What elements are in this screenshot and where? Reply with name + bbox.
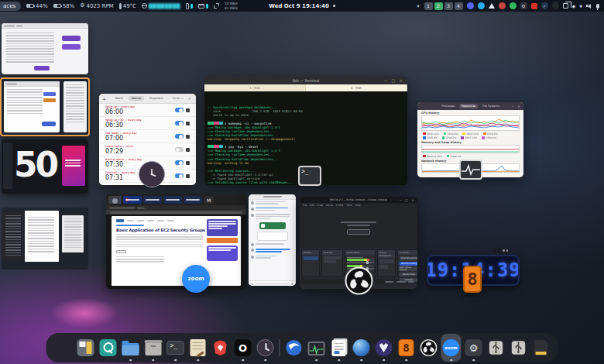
obs-control-button[interactable]: Start Recording [400, 262, 418, 266]
dock-seven-segment-clock[interactable]: 8 [396, 334, 417, 362]
dock-terminal[interactable]: >_ [166, 334, 186, 362]
workspace-thumb-1[interactable] [2, 23, 88, 74]
terminal-app-badge[interactable]: >_ [298, 166, 321, 186]
alarm-row[interactable]: Wake up +30 — every day 06:30 [99, 117, 196, 130]
dock-librewolf[interactable] [374, 334, 394, 362]
transition-dropdown[interactable] [379, 259, 394, 263]
participant-video[interactable] [108, 196, 122, 204]
workspace-number[interactable]: 4 [455, 2, 463, 10]
dock-obs[interactable] [419, 334, 439, 362]
obs-menu-item[interactable]: File [303, 204, 307, 207]
sysmon-window-buttons[interactable]: − × [512, 105, 521, 108]
check-circle-tray-icon[interactable]: ✓ [541, 2, 548, 9]
alarm-menu-icon[interactable] [186, 174, 190, 178]
alarm-menu-icon[interactable] [186, 135, 190, 139]
whatsapp-tray-icon[interactable] [510, 2, 516, 9]
tab-alarms[interactable]: Alarms [129, 96, 144, 101]
telegram-tray-icon[interactable] [478, 2, 485, 9]
obs-app-badge[interactable] [345, 266, 373, 295]
obs-control-button[interactable]: Start Streaming [400, 256, 418, 261]
alarm-menu-icon[interactable] [186, 148, 190, 152]
fan-indicator[interactable]: ⚙ 4023 RPM [80, 3, 113, 9]
obs-control-button[interactable]: Start Virtual Camera [400, 267, 418, 272]
sidebar-card-purple[interactable] [207, 219, 238, 236]
gear-tray-icon[interactable]: ⚙ [520, 2, 527, 9]
participant-plate[interactable] [163, 196, 182, 204]
clocks-app-badge[interactable] [139, 161, 165, 187]
add-alarm-button[interactable]: + [102, 96, 106, 101]
obs-menu-item[interactable]: Tools [346, 204, 352, 207]
participant-avatar[interactable]: M [204, 196, 214, 204]
obs-menu-item[interactable]: Docks [326, 204, 333, 207]
alarm-toggle[interactable] [175, 121, 184, 125]
clocks-window-buttons[interactable]: − × [180, 96, 193, 101]
obs-menu-item[interactable]: Profile [336, 204, 343, 207]
workspace-thumb-4[interactable] [2, 208, 88, 270]
dock-notes[interactable] [188, 334, 208, 362]
workspaces-pill[interactable]: aces [0, 2, 21, 11]
alarm-menu-icon[interactable] [186, 108, 190, 112]
dock-system-monitor[interactable] [307, 334, 327, 362]
tab-world[interactable]: World [112, 96, 126, 101]
red-activity-tray-icon[interactable] [499, 2, 506, 9]
dock-documents[interactable] [329, 334, 349, 362]
volume-icon[interactable] [586, 3, 592, 9]
battery-indicator[interactable]: 44% [26, 3, 48, 9]
alarm-row[interactable]: Leave home — once 07:29 [99, 143, 196, 156]
clock-menu[interactable]: Wed Oct 9 19:14:40 [269, 3, 335, 9]
terminal-window-buttons[interactable]: − □ × [384, 78, 404, 83]
led-clock-titlebar[interactable] [492, 248, 510, 253]
temp-indicator[interactable]: 49°C [119, 3, 136, 9]
sidebar-card-purple-2[interactable] [207, 246, 238, 261]
send-icon[interactable] [291, 283, 293, 285]
zoom-meeting-window[interactable]: M Basic Application of EC2 Security Grou… [106, 194, 246, 289]
attach-icon[interactable] [251, 283, 253, 285]
dock-usb-drive-2[interactable] [509, 334, 529, 362]
vpn-indicator[interactable]: ████████ [142, 3, 180, 9]
window-restore-icon[interactable] [563, 3, 568, 9]
network-speed[interactable]: 10 KB/s 41 KB/s [225, 2, 238, 9]
chat-input[interactable] [255, 283, 290, 285]
dock-window-tiles[interactable] [76, 334, 96, 362]
obs-menu-item[interactable]: Edit [310, 204, 314, 207]
workspace-switcher[interactable]: 1234 [424, 2, 463, 10]
system-monitor-app-badge[interactable] [459, 160, 482, 180]
expand-corners-icon[interactable] [214, 3, 219, 9]
participant-plate[interactable] [143, 196, 162, 204]
sidebar-orange-button[interactable] [207, 238, 238, 243]
workspace-number[interactable]: 2 [434, 2, 443, 10]
microphone-icon[interactable] [596, 4, 599, 9]
dock-dark-o-app[interactable]: O [233, 334, 253, 362]
dock-clocks[interactable] [256, 334, 276, 362]
battery2-indicator[interactable]: 58% [53, 3, 75, 9]
workspace-thumb-3[interactable]: 50 [2, 139, 88, 194]
dock-files[interactable] [121, 334, 141, 362]
chat-attachment-card[interactable] [259, 222, 286, 229]
dock-archive[interactable] [143, 334, 163, 362]
tab-resources[interactable]: Resources [459, 104, 478, 108]
discord-tray-icon[interactable] [467, 2, 474, 9]
source-item[interactable] [324, 260, 336, 263]
obs-menu-item[interactable]: View [317, 204, 323, 207]
alarm-menu-icon[interactable] [186, 122, 190, 125]
terminal-tab-2[interactable]: 2 · fish [306, 84, 407, 91]
seven-segment-clock-badge[interactable]: 8 [463, 266, 482, 293]
obs-menu-item[interactable]: Help [355, 204, 361, 207]
alarm-row[interactable]: Get ready — every day 07:00 [99, 130, 196, 143]
obs-preview-button[interactable] [347, 229, 370, 235]
transition-duration[interactable] [379, 265, 388, 269]
alarm-toggle[interactable] [175, 160, 184, 165]
printer-indicator[interactable] [198, 4, 208, 9]
scene-item[interactable] [304, 256, 318, 260]
workspace-thumb-2-active[interactable] [0, 77, 90, 136]
cat-tray-icon[interactable] [552, 2, 559, 9]
chat-quote-card[interactable] [257, 232, 288, 241]
participant-brand-plate[interactable] [123, 196, 142, 204]
drop-indicator-icon[interactable]: ▼ [579, 4, 582, 9]
browser-address-bar[interactable] [106, 210, 246, 215]
dock-file-search[interactable] [98, 334, 118, 362]
obs-window-buttons[interactable]: − □ × [399, 198, 415, 202]
dock-brave[interactable] [211, 334, 231, 362]
phone-indicator[interactable] [186, 3, 193, 9]
dock-blue-sphere-app[interactable] [352, 334, 372, 362]
